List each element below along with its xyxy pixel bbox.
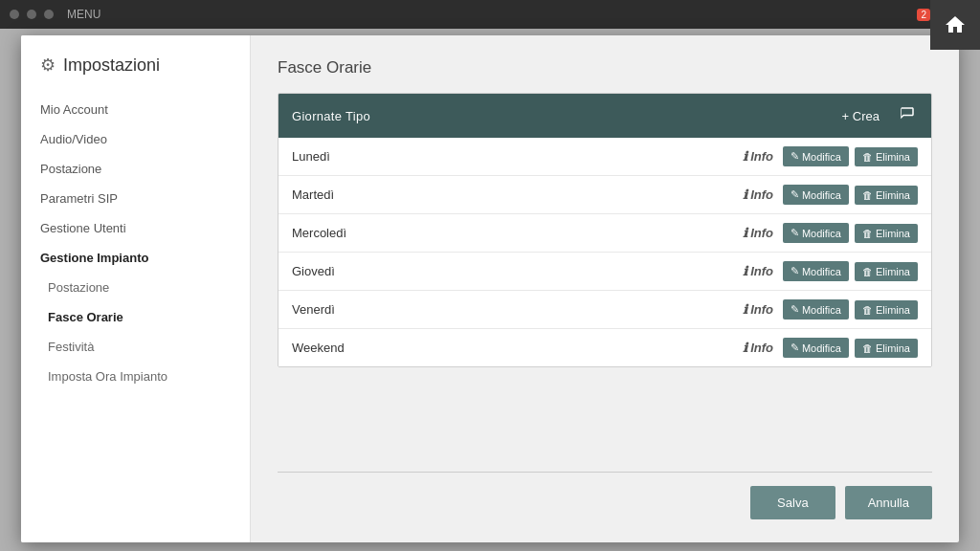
edit-icon: ✎ <box>791 342 799 354</box>
row-actions-venerdi: ℹ Info ✎ Modifica 🗑 Elimina <box>739 299 918 320</box>
topbar-dot3 <box>44 10 54 19</box>
sidebar: ⚙ Impostazioni Mio Account Audio/Video P… <box>21 35 251 542</box>
sidebar-item-imposta-ora[interactable]: Imposta Ora Impianto <box>21 362 250 391</box>
row-label-lunedi: Lunedì <box>292 149 330 164</box>
row-label-giovedi: Giovedì <box>292 264 335 278</box>
table-row: Giovedì ℹ Info ✎ Modifica 🗑 Elimina <box>278 253 931 291</box>
edit-icon: ✎ <box>791 150 799 163</box>
elimina-button-weekend[interactable]: 🗑 Elimina <box>855 339 918 358</box>
export-icon <box>899 105 916 122</box>
info-icon: ℹ <box>743 341 747 355</box>
elimina-button-lunedi[interactable]: 🗑 Elimina <box>855 147 918 166</box>
elimina-button-mercoledi[interactable]: 🗑 Elimina <box>855 224 918 243</box>
table-header: Giornate Tipo + Crea <box>278 94 931 138</box>
main-content: Fasce Orarie Giornate Tipo + Crea Lunedì <box>251 35 959 542</box>
info-icon: ℹ <box>743 226 747 240</box>
page-title: Fasce Orarie <box>278 58 932 77</box>
sidebar-item-festivita[interactable]: Festività <box>21 332 250 362</box>
info-icon: ℹ <box>743 149 747 164</box>
info-button-lunedi[interactable]: ℹ Info <box>739 147 777 165</box>
topbar-dot1 <box>10 10 19 19</box>
row-label-mercoledi: Mercoledì <box>292 226 346 240</box>
crea-button[interactable]: + Crea <box>836 107 885 125</box>
trash-icon: 🗑 <box>862 304 873 316</box>
row-label-weekend: Weekend <box>292 341 345 355</box>
table-row: Weekend ℹ Info ✎ Modifica 🗑 Elimina <box>278 329 931 366</box>
topbar-badge: 2 <box>917 9 930 21</box>
sidebar-item-gestione-impianto[interactable]: Gestione Impianto <box>21 243 250 273</box>
table-row: Mercoledì ℹ Info ✎ Modifica 🗑 Elimina <box>278 214 931 253</box>
topbar-title: MENU <box>67 8 100 21</box>
info-button-venerdi[interactable]: ℹ Info <box>739 300 777 319</box>
footer-buttons: Salva Annulla <box>278 486 932 519</box>
row-label-venerdi: Venerdì <box>292 302 335 317</box>
sidebar-item-gestione-utenti[interactable]: Gestione Utenti <box>21 213 250 243</box>
info-button-giovedi[interactable]: ℹ Info <box>739 262 777 280</box>
edit-icon: ✎ <box>791 227 799 239</box>
trash-icon: 🗑 <box>862 151 873 163</box>
elimina-button-giovedi[interactable]: 🗑 Elimina <box>855 262 918 281</box>
info-icon: ℹ <box>743 302 747 317</box>
info-button-weekend[interactable]: ℹ Info <box>739 339 777 357</box>
annulla-button[interactable]: Annulla <box>845 486 932 519</box>
gear-icon: ⚙ <box>40 55 56 76</box>
sidebar-item-audio-video[interactable]: Audio/Video <box>21 124 250 154</box>
modifica-button-giovedi[interactable]: ✎ Modifica <box>783 261 849 281</box>
sidebar-nav: Mio Account Audio/Video Postazione Param… <box>21 95 250 391</box>
sidebar-item-postazione[interactable]: Postazione <box>21 154 250 184</box>
info-icon: ℹ <box>743 187 747 202</box>
elimina-button-martedi[interactable]: 🗑 Elimina <box>855 186 918 205</box>
row-actions-lunedi: ℹ Info ✎ Modifica 🗑 Elimina <box>739 146 918 166</box>
modifica-button-martedi[interactable]: ✎ Modifica <box>783 185 849 205</box>
trash-icon: 🗑 <box>862 228 873 239</box>
row-actions-weekend: ℹ Info ✎ Modifica 🗑 Elimina <box>739 338 918 358</box>
table-row: Lunedì ℹ Info ✎ Modifica 🗑 Elimina <box>278 138 931 176</box>
home-button[interactable] <box>930 0 980 50</box>
info-icon: ℹ <box>743 264 747 278</box>
table-row: Martedì ℹ Info ✎ Modifica 🗑 Elimina <box>278 176 931 214</box>
edit-icon: ✎ <box>791 303 799 316</box>
footer-divider <box>278 472 932 473</box>
modifica-button-mercoledi[interactable]: ✎ Modifica <box>783 223 849 243</box>
sidebar-item-postazione-sub[interactable]: Postazione <box>21 273 250 302</box>
trash-icon: 🗑 <box>862 342 873 354</box>
modifica-button-venerdi[interactable]: ✎ Modifica <box>783 299 849 320</box>
table-header-actions: + Crea <box>836 103 918 128</box>
footer: Salva Annulla <box>278 456 932 519</box>
row-actions-martedi: ℹ Info ✎ Modifica 🗑 Elimina <box>739 185 918 205</box>
sidebar-header: ⚙ Impostazioni <box>21 55 250 95</box>
modifica-button-weekend[interactable]: ✎ Modifica <box>783 338 849 358</box>
sidebar-title: Impostazioni <box>63 55 160 76</box>
table-row: Venerdì ℹ Info ✎ Modifica 🗑 Elimina <box>278 291 931 329</box>
row-label-martedi: Martedì <box>292 187 334 202</box>
salva-button[interactable]: Salva <box>750 486 835 519</box>
info-button-martedi[interactable]: ℹ Info <box>739 186 777 204</box>
elimina-button-venerdi[interactable]: 🗑 Elimina <box>855 300 918 320</box>
export-button[interactable] <box>897 103 918 128</box>
table-header-label: Giornate Tipo <box>292 109 370 123</box>
topbar: MENU 2 ⚠ ✉ <box>0 0 980 29</box>
edit-icon: ✎ <box>791 265 799 277</box>
sidebar-item-mio-account[interactable]: Mio Account <box>21 95 250 124</box>
row-actions-giovedi: ℹ Info ✎ Modifica 🗑 Elimina <box>739 261 918 281</box>
modifica-button-lunedi[interactable]: ✎ Modifica <box>783 146 849 166</box>
modal: ⚙ Impostazioni Mio Account Audio/Video P… <box>21 35 959 542</box>
row-actions-mercoledi: ℹ Info ✎ Modifica 🗑 Elimina <box>739 223 918 243</box>
sidebar-item-fasce-orarie[interactable]: Fasce Orarie <box>21 302 250 332</box>
info-button-mercoledi[interactable]: ℹ Info <box>739 224 777 242</box>
home-icon <box>944 13 967 36</box>
sidebar-item-parametri-sip[interactable]: Parametri SIP <box>21 184 250 213</box>
trash-icon: 🗑 <box>862 266 873 277</box>
edit-icon: ✎ <box>791 188 799 201</box>
topbar-dot2 <box>27 10 36 19</box>
trash-icon: 🗑 <box>862 189 873 201</box>
table-container: Giornate Tipo + Crea Lunedì ℹ Info <box>278 93 932 367</box>
